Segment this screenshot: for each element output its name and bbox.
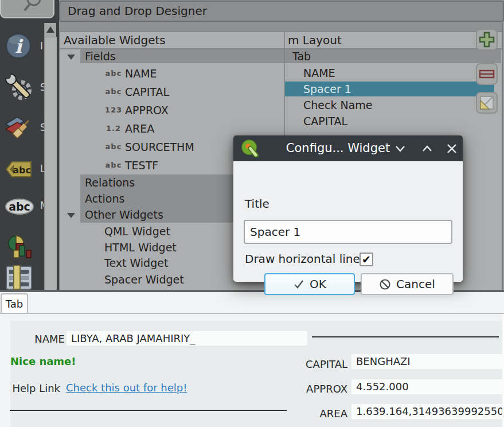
tree-item-field[interactable]: abc CAPITAL [60, 84, 284, 99]
name-field-value: LIBYA, ARAB JAMAHIRIY_ [71, 332, 195, 344]
dialog-title: Configu... Widget [274, 135, 403, 161]
scrollbar-handle[interactable] [45, 37, 57, 292]
shade-chevron-down-icon[interactable] [393, 142, 407, 156]
tree-item-label: NAME [303, 65, 335, 80]
layout-item[interactable]: Check Name [285, 98, 501, 112]
cancel-button[interactable]: Cancel [361, 273, 454, 295]
tabbar-divider [0, 313, 504, 314]
draw-line-checkbox[interactable]: ✔ [360, 253, 373, 266]
scroll-up-icon[interactable] [46, 26, 54, 33]
add-widget-button[interactable] [476, 29, 498, 51]
qgis-screen: i I S [0, 0, 504, 427]
tree-item-label: APPROX [125, 103, 169, 118]
remove-widget-button[interactable] [476, 63, 498, 85]
sidebar-label-fragment: L [40, 163, 44, 174]
attributes-form-icon [5, 265, 33, 292]
sidebar-item-attributes-form[interactable] [5, 265, 34, 292]
tree-category-label: Actions [85, 192, 124, 205]
sidebar-item-symbology[interactable] [5, 114, 34, 141]
validation-message: Nice name! [10, 355, 76, 367]
available-widgets-header: Available Widgets [60, 32, 284, 49]
approx-field-label: APPROX [279, 382, 347, 396]
capital-field-value: BENGHAZI [356, 355, 411, 367]
tree-item-label: Spacer Widget [104, 272, 184, 287]
title-field-value: Spacer 1 [250, 225, 300, 239]
sidebar-label-fragment: S [40, 81, 44, 93]
sidebar-item-masks[interactable]: abc [5, 197, 34, 225]
tree-item-label: QML Widget [104, 224, 170, 239]
dialog-titlebar[interactable]: Configu... Widget [233, 135, 463, 161]
sidebar-scrollbar[interactable] [44, 23, 56, 292]
sidebar-item-source[interactable] [5, 73, 34, 100]
remove-icon [478, 65, 495, 83]
title-field-label: Title [245, 197, 269, 211]
tree-item-label: TESTF [125, 158, 158, 173]
capital-field-label: CAPITAL [279, 358, 347, 371]
sidebar-item-diagrams[interactable] [5, 234, 34, 263]
qgis-logo-icon [241, 139, 259, 157]
tree-item-label: AREA [125, 121, 154, 136]
tree-item-label: CAPITAL [303, 114, 347, 129]
field-type-text-icon: abc [103, 139, 124, 154]
field-type-text-icon: abc [103, 66, 124, 81]
layout-item[interactable]: CAPITAL [285, 114, 501, 129]
tree-category-fields[interactable]: Fields [80, 49, 284, 63]
svg-text:abc: abc [13, 165, 31, 176]
tree-item-label: SOURCETHM [125, 139, 194, 154]
designer-mode-value: Drag and Drop Designer [68, 4, 207, 18]
title-field-input[interactable]: Spacer 1 [244, 220, 452, 244]
attribute-form-preview-window: Tab NAME LIBYA, ARAB JAMAHIRIY_ Nice nam… [0, 292, 504, 427]
ok-check-icon [293, 278, 304, 290]
masks-abc-icon: abc [5, 197, 34, 216]
chevron-down-icon[interactable] [67, 55, 75, 60]
sidebar-item-information[interactable]: i [5, 32, 34, 60]
tree-item-field[interactable]: abc NAME [60, 66, 284, 81]
tree-category-label: Tab [292, 50, 311, 63]
tree-item-label: HTML Widget [104, 240, 177, 255]
maximize-chevron-up-icon[interactable] [420, 142, 434, 156]
field-type-integer-icon: 123 [103, 103, 124, 118]
labels-abc-icon: abc [5, 160, 33, 179]
rename-widget-button[interactable] [476, 92, 498, 114]
ok-button-label: OK [310, 277, 326, 291]
tree-item-label: Spacer 1 [303, 81, 351, 96]
sidebar-item-labels[interactable]: abc [5, 160, 34, 187]
symbology-paintbrush-icon [5, 114, 33, 140]
tree-item-field[interactable]: 1.2 AREA [60, 121, 284, 136]
dialog-body: Title Spacer 1 Draw horizontal line ✔ OK… [233, 161, 463, 282]
layout-item-selected[interactable]: Spacer 1 [285, 81, 494, 96]
layout-item[interactable]: NAME [285, 65, 501, 80]
capital-field-input[interactable]: BENGHAZI [351, 354, 502, 369]
cancel-slash-icon [379, 278, 391, 290]
tree-category-label: Other Widgets [85, 208, 163, 221]
area-field-input[interactable]: 1.639.164,314936399925500 [351, 404, 502, 419]
chevron-down-icon[interactable] [67, 213, 75, 218]
tree-item-label: Text Widget [104, 255, 168, 270]
plus-icon [478, 31, 495, 48]
draw-line-checkbox-label: Draw horizontal line [245, 252, 360, 266]
field-type-text-icon: abc [103, 158, 124, 173]
help-link[interactable]: Check this out for help! [66, 382, 187, 394]
help-link-label: Help Link [0, 382, 60, 395]
approx-field-value: 4.552.000 [356, 381, 409, 393]
layout-category-tab[interactable]: Tab [285, 49, 501, 63]
designer-mode-select[interactable]: Drag and Drop Designer [59, 1, 504, 22]
cancel-button-label: Cancel [396, 277, 435, 291]
ok-button[interactable]: OK [264, 273, 355, 295]
approx-field-input[interactable]: 4.552.000 [351, 379, 502, 394]
tab-tab[interactable]: Tab [1, 293, 28, 313]
tree-item-label: NAME [125, 66, 157, 81]
tree-item-label: Check Name [303, 98, 373, 112]
close-icon[interactable] [445, 142, 459, 156]
tree-item-label: CAPITAL [125, 84, 169, 99]
name-field-label: NAME [0, 332, 65, 346]
tree-category-label: Fields [85, 50, 116, 63]
rename-note-icon [478, 94, 495, 111]
name-field-input[interactable]: LIBYA, ARAB JAMAHIRIY_ [67, 331, 307, 346]
tree-item-field[interactable]: 123 APPROX [60, 103, 284, 118]
form-layout-header: m Layout [285, 32, 502, 49]
sidebar-search-input[interactable] [0, 0, 54, 18]
spacer-line-bottom [10, 410, 287, 411]
diagrams-pie-icon [5, 234, 33, 262]
search-icon [1, 0, 56, 20]
